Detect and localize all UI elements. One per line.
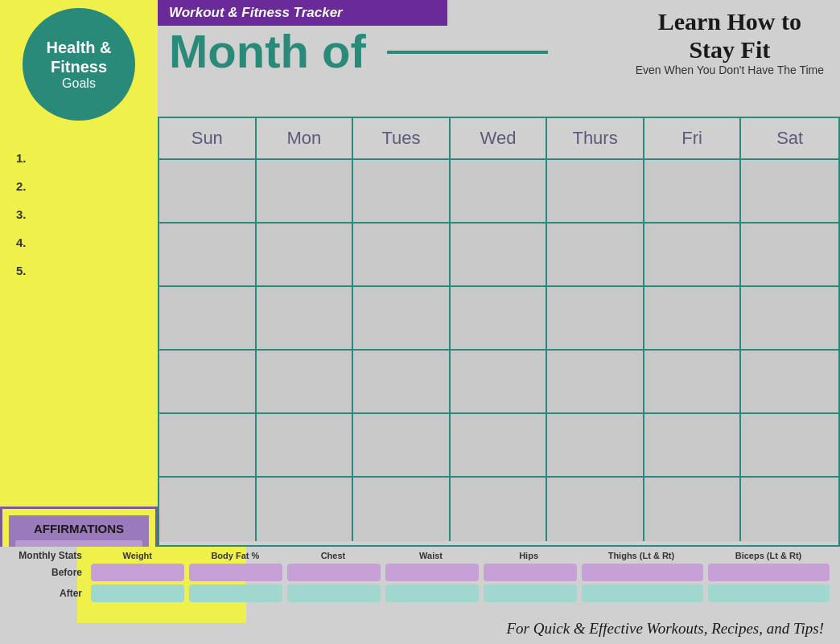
day-mon: Mon <box>257 118 354 158</box>
table-row[interactable] <box>257 160 354 224</box>
branding-subtitle: Even When You Don't Have The Time <box>636 64 824 76</box>
stats-col-hips: Hips <box>480 551 578 560</box>
table-row[interactable] <box>741 414 838 478</box>
stats-col-waist: Waist <box>382 551 480 560</box>
table-row[interactable] <box>159 478 257 541</box>
after-biceps-input[interactable] <box>708 585 830 602</box>
stats-col-thighs: Thighs (Lt & Rt) <box>578 551 705 560</box>
tracker-bar-text: Workout & Fitness Tracker <box>169 5 343 20</box>
before-chest-input[interactable] <box>287 564 381 581</box>
day-thurs: Thurs <box>547 118 644 158</box>
before-bodyfat-input[interactable] <box>189 564 282 581</box>
table-row[interactable] <box>451 287 548 351</box>
goal-3: 3. <box>16 207 142 221</box>
table-row[interactable] <box>547 414 644 478</box>
before-waist-input[interactable] <box>385 564 479 581</box>
table-row[interactable] <box>353 478 451 541</box>
stats-col-weight: Weight <box>89 551 187 560</box>
calendar-area: Sun Mon Tues Wed Thurs Fri Sat <box>158 117 840 547</box>
table-row[interactable] <box>353 287 451 351</box>
stats-col-bodyfat: Body Fat % <box>187 551 285 560</box>
day-wed: Wed <box>451 118 548 158</box>
table-row[interactable] <box>644 224 742 287</box>
table-row[interactable] <box>547 351 644 414</box>
table-row[interactable] <box>257 224 354 287</box>
sidebar: Health & Fitness Goals 1. 2. 3. 4. 5. <box>0 0 158 507</box>
before-hips-input[interactable] <box>484 564 577 581</box>
table-row[interactable] <box>644 287 742 351</box>
goal-1: 1. <box>16 151 142 165</box>
month-label: Month of <box>169 25 366 77</box>
before-weight-input[interactable] <box>91 564 184 581</box>
table-row[interactable] <box>451 160 548 224</box>
stats-after-row: After <box>8 585 832 602</box>
after-bodyfat-input[interactable] <box>189 585 282 602</box>
table-row[interactable] <box>644 414 742 478</box>
day-fri: Fri <box>644 118 742 158</box>
table-row[interactable] <box>159 160 257 224</box>
stats-before-row: Before <box>8 564 832 581</box>
table-row[interactable] <box>353 351 451 414</box>
stats-col-chest: Chest <box>284 551 382 560</box>
table-row[interactable] <box>353 414 451 478</box>
month-underline[interactable] <box>387 51 548 54</box>
table-row[interactable] <box>159 287 257 351</box>
health-circle-title: Health & Fitness <box>23 38 135 76</box>
calendar-header: Sun Mon Tues Wed Thurs Fri Sat <box>159 118 838 160</box>
table-row[interactable] <box>644 351 742 414</box>
table-row[interactable] <box>644 160 742 224</box>
health-circle: Health & Fitness Goals <box>23 8 135 121</box>
stats-title-label: Monthly Stats <box>8 550 89 561</box>
goals-list: 1. 2. 3. 4. 5. <box>0 129 158 507</box>
table-row[interactable] <box>159 224 257 287</box>
table-row[interactable] <box>257 351 354 414</box>
table-row[interactable] <box>547 224 644 287</box>
goal-5: 5. <box>16 264 142 277</box>
before-biceps-input[interactable] <box>708 564 830 581</box>
table-row[interactable] <box>257 478 354 541</box>
after-chest-input[interactable] <box>287 585 381 602</box>
table-row[interactable] <box>547 478 644 541</box>
affirmations-title: AFFIRMATIONS <box>34 522 124 535</box>
goal-2: 2. <box>16 179 142 193</box>
stats-inner: Monthly Stats Weight Body Fat % Chest Wa… <box>0 547 840 602</box>
table-row[interactable] <box>547 160 644 224</box>
day-tues: Tues <box>353 118 451 158</box>
table-row[interactable] <box>451 224 548 287</box>
stats-section: Monthly Stats Weight Body Fat % Chest Wa… <box>0 547 840 623</box>
stats-col-biceps: Biceps (Lt & Rt) <box>705 551 832 560</box>
table-row[interactable] <box>741 224 838 287</box>
table-row[interactable] <box>741 160 838 224</box>
table-row[interactable] <box>451 478 548 541</box>
stats-header-row: Monthly Stats Weight Body Fat % Chest Wa… <box>8 550 832 561</box>
tracker-bar: Workout & Fitness Tracker <box>158 0 447 26</box>
table-row[interactable] <box>741 478 838 541</box>
table-row[interactable] <box>741 351 838 414</box>
before-thighs-input[interactable] <box>582 564 703 581</box>
table-row[interactable] <box>353 224 451 287</box>
health-circle-subtitle: Goals <box>62 76 96 91</box>
table-row[interactable] <box>257 287 354 351</box>
table-row[interactable] <box>644 478 742 541</box>
after-thighs-input[interactable] <box>582 585 703 602</box>
table-row[interactable] <box>741 287 838 351</box>
after-weight-input[interactable] <box>91 585 184 602</box>
goal-4: 4. <box>16 236 142 249</box>
table-row[interactable] <box>257 414 354 478</box>
after-hips-input[interactable] <box>484 585 577 602</box>
day-sat: Sat <box>741 118 838 158</box>
table-row[interactable] <box>159 414 257 478</box>
table-row[interactable] <box>159 351 257 414</box>
after-waist-input[interactable] <box>385 585 479 602</box>
day-sun: Sun <box>159 118 257 158</box>
before-label: Before <box>8 567 89 578</box>
after-label: After <box>8 588 89 599</box>
table-row[interactable] <box>547 287 644 351</box>
table-row[interactable] <box>353 160 451 224</box>
calendar-body <box>159 160 838 541</box>
branding: Learn How toStay Fit Even When You Don't… <box>636 8 824 76</box>
table-row[interactable] <box>451 414 548 478</box>
branding-title: Learn How toStay Fit <box>636 8 824 64</box>
table-row[interactable] <box>451 351 548 414</box>
